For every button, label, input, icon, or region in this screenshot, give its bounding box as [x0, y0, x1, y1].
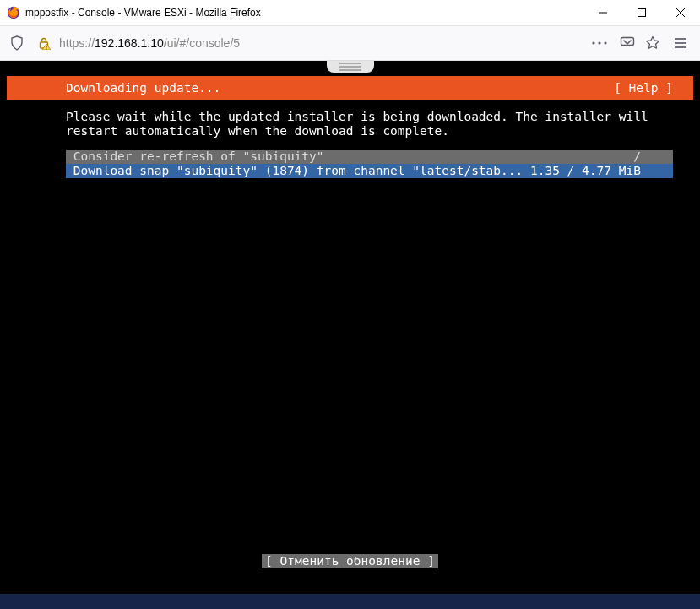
url-bar: https://192.168.1.10/ui/#/console/5: [0, 26, 700, 61]
reader-pocket-icon[interactable]: [616, 31, 639, 55]
url-scheme: https://: [59, 36, 95, 50]
url-input[interactable]: https://192.168.1.10/ui/#/console/5: [59, 36, 582, 50]
download-log: Consider re-refresh of "subiquity" / Dow…: [66, 150, 673, 178]
header-title: Downloading update...: [66, 81, 614, 95]
log-line-active: Download snap "subiquity" (1874) from ch…: [66, 164, 673, 178]
url-path: /ui/#/console/5: [164, 36, 240, 50]
svg-point-8: [46, 48, 46, 49]
log-line: Consider re-refresh of "subiquity" /: [66, 150, 673, 164]
lock-warning-icon[interactable]: [32, 31, 56, 55]
url-host: 192.168.1.10: [95, 36, 164, 50]
menu-button[interactable]: [666, 31, 695, 55]
help-button[interactable]: [ Help ]: [614, 81, 673, 95]
maximize-button[interactable]: [622, 0, 661, 25]
minimize-button[interactable]: [583, 0, 622, 25]
close-button[interactable]: [661, 0, 700, 25]
svg-rect-2: [638, 9, 646, 17]
bookmark-star-icon[interactable]: [641, 31, 665, 55]
svg-point-10: [598, 41, 600, 44]
console-drag-handle[interactable]: [327, 61, 374, 73]
installer-header: Downloading update... [ Help ]: [7, 76, 693, 100]
console-footer-strip: [0, 594, 700, 609]
page-actions-icon[interactable]: [585, 31, 614, 55]
console-viewport[interactable]: Downloading update... [ Help ] Please wa…: [0, 61, 700, 609]
tracking-protection-icon[interactable]: [5, 31, 29, 55]
cancel-update-button[interactable]: [ Отменить обновление ]: [262, 554, 438, 568]
installer-body-text: Please wait while the updated installer …: [7, 100, 693, 138]
window-title: mppostfix - Console - VMware ESXi - Mozi…: [25, 7, 261, 19]
svg-point-9: [592, 41, 594, 44]
window-titlebar: mppostfix - Console - VMware ESXi - Mozi…: [0, 0, 700, 26]
svg-point-11: [604, 41, 606, 44]
firefox-icon: [7, 6, 20, 19]
